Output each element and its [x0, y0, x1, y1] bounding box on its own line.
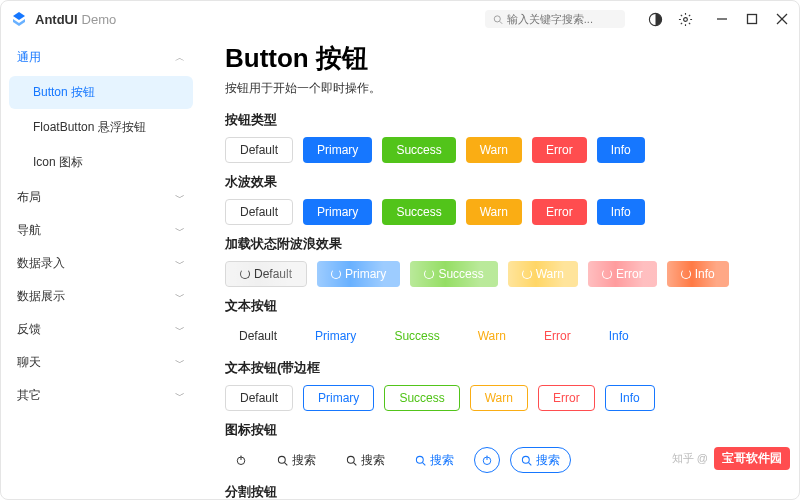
- svg-point-18: [522, 456, 529, 463]
- icon-btn-search-pill[interactable]: 搜索: [510, 447, 571, 473]
- search-icon: [521, 455, 532, 466]
- svg-point-14: [416, 456, 423, 463]
- icon-btn-power[interactable]: [225, 447, 257, 473]
- search-icon: [493, 14, 503, 25]
- power-icon: [235, 454, 247, 466]
- btn-info[interactable]: Info: [597, 137, 645, 163]
- spinner-icon: [681, 269, 691, 279]
- chevron-down-icon: ﹀: [175, 389, 185, 403]
- sidebar-group-dataentry[interactable]: 数据录入﹀: [1, 247, 201, 280]
- window-close-button[interactable]: [775, 12, 789, 26]
- window-minimize-button[interactable]: [715, 12, 729, 26]
- search-icon: [415, 455, 426, 466]
- svg-point-0: [494, 15, 500, 21]
- search-icon: [277, 455, 288, 466]
- icon-btn-power-circle[interactable]: [474, 447, 500, 473]
- chevron-down-icon: ﹀: [175, 323, 185, 337]
- svg-rect-5: [748, 15, 757, 24]
- icon-btn-search-link[interactable]: 搜索: [405, 447, 464, 473]
- btn-outline-primary[interactable]: Primary: [303, 385, 374, 411]
- section-loading: 加载状态附波浪效果: [225, 235, 775, 253]
- page-desc: 按钮用于开始一个即时操作。: [225, 80, 775, 97]
- btn-wave-info[interactable]: Info: [597, 199, 645, 225]
- btn-primary[interactable]: Primary: [303, 137, 372, 163]
- btn-text-error[interactable]: Error: [530, 323, 585, 349]
- btn-load-primary[interactable]: Primary: [317, 261, 400, 287]
- search-box[interactable]: [485, 10, 625, 28]
- section-iconbtn: 图标按钮: [225, 421, 775, 439]
- svg-point-10: [278, 456, 285, 463]
- btn-outline-error[interactable]: Error: [538, 385, 595, 411]
- icon-btn-search-1[interactable]: 搜索: [267, 447, 326, 473]
- window-maximize-button[interactable]: [745, 12, 759, 26]
- page-title: Button 按钮: [225, 41, 775, 76]
- btn-outline-default[interactable]: Default: [225, 385, 293, 411]
- section-wave: 水波效果: [225, 173, 775, 191]
- btn-wave-error[interactable]: Error: [532, 199, 587, 225]
- power-icon: [481, 454, 493, 466]
- btn-outline-warn[interactable]: Warn: [470, 385, 528, 411]
- btn-outline-success[interactable]: Success: [384, 385, 459, 411]
- search-input[interactable]: [507, 13, 617, 25]
- btn-wave-warn[interactable]: Warn: [466, 199, 522, 225]
- btn-text-default[interactable]: Default: [225, 323, 291, 349]
- sidebar-group-layout[interactable]: 布局﹀: [1, 181, 201, 214]
- btn-default[interactable]: Default: [225, 137, 293, 163]
- sidebar-item-floatbutton[interactable]: FloatButton 悬浮按钮: [9, 111, 193, 144]
- spinner-icon: [240, 269, 250, 279]
- btn-warn[interactable]: Warn: [466, 137, 522, 163]
- sidebar-group-other[interactable]: 其它﹀: [1, 379, 201, 412]
- section-types: 按钮类型: [225, 111, 775, 129]
- spinner-icon: [602, 269, 612, 279]
- sidebar-group-feedback[interactable]: 反馈﹀: [1, 313, 201, 346]
- svg-point-12: [347, 456, 354, 463]
- svg-line-13: [354, 462, 357, 465]
- chevron-down-icon: ﹀: [175, 356, 185, 370]
- sidebar: 通用︿ Button 按钮 FloatButton 悬浮按钮 Icon 图标 布…: [1, 37, 201, 499]
- app-logo-icon: [11, 11, 27, 27]
- btn-error[interactable]: Error: [532, 137, 587, 163]
- spinner-icon: [424, 269, 434, 279]
- spinner-icon: [331, 269, 341, 279]
- sidebar-item-button[interactable]: Button 按钮: [9, 76, 193, 109]
- spinner-icon: [522, 269, 532, 279]
- sidebar-group-nav[interactable]: 导航﹀: [1, 214, 201, 247]
- btn-load-default[interactable]: Default: [225, 261, 307, 287]
- btn-text-success[interactable]: Success: [380, 323, 453, 349]
- chevron-down-icon: ﹀: [175, 257, 185, 271]
- settings-icon[interactable]: [677, 11, 693, 27]
- sidebar-item-icon[interactable]: Icon 图标: [9, 146, 193, 179]
- section-textborder: 文本按钮(带边框: [225, 359, 775, 377]
- icon-btn-search-2[interactable]: 搜索: [336, 447, 395, 473]
- btn-outline-info[interactable]: Info: [605, 385, 655, 411]
- svg-line-19: [529, 462, 532, 465]
- svg-point-3: [683, 17, 687, 21]
- chevron-down-icon: ﹀: [175, 224, 185, 238]
- btn-load-info[interactable]: Info: [667, 261, 729, 287]
- titlebar: AntdUIDemo: [1, 1, 799, 37]
- section-text: 文本按钮: [225, 297, 775, 315]
- btn-load-error[interactable]: Error: [588, 261, 657, 287]
- btn-wave-default[interactable]: Default: [225, 199, 293, 225]
- sidebar-group-general[interactable]: 通用︿: [1, 41, 201, 74]
- sidebar-group-datadisplay[interactable]: 数据展示﹀: [1, 280, 201, 313]
- svg-line-15: [423, 462, 426, 465]
- btn-text-info[interactable]: Info: [595, 323, 643, 349]
- chevron-down-icon: ﹀: [175, 290, 185, 304]
- btn-load-warn[interactable]: Warn: [508, 261, 578, 287]
- content: Button 按钮 按钮用于开始一个即时操作。 按钮类型 Default Pri…: [201, 37, 799, 499]
- svg-line-1: [500, 21, 502, 23]
- chevron-up-icon: ︿: [175, 51, 185, 65]
- sidebar-group-chat[interactable]: 聊天﹀: [1, 346, 201, 379]
- btn-text-primary[interactable]: Primary: [301, 323, 370, 349]
- svg-line-11: [285, 462, 288, 465]
- btn-text-warn[interactable]: Warn: [464, 323, 520, 349]
- chevron-down-icon: ﹀: [175, 191, 185, 205]
- btn-load-success[interactable]: Success: [410, 261, 497, 287]
- section-split: 分割按钮: [225, 483, 775, 499]
- theme-toggle-icon[interactable]: [647, 11, 663, 27]
- btn-success[interactable]: Success: [382, 137, 455, 163]
- btn-wave-success[interactable]: Success: [382, 199, 455, 225]
- app-title: AntdUIDemo: [35, 12, 116, 27]
- btn-wave-primary[interactable]: Primary: [303, 199, 372, 225]
